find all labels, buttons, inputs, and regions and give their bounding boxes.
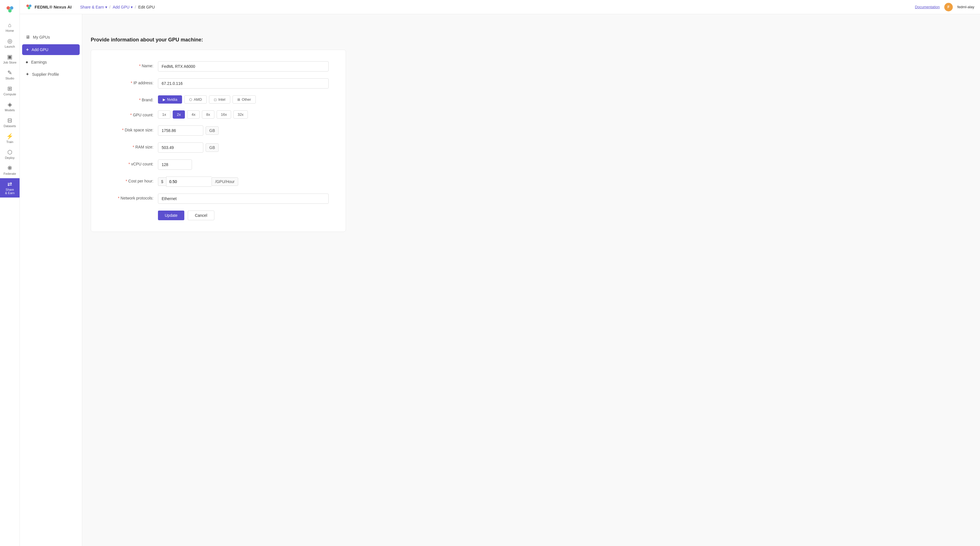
- federate-icon: ❋: [7, 165, 12, 171]
- update-button[interactable]: Update: [158, 211, 184, 220]
- brand-amd-button[interactable]: ⬡ AMD: [184, 95, 207, 104]
- my-gpus-icon: 🖥: [25, 35, 30, 40]
- sub-sidebar-label: My GPUs: [33, 35, 50, 40]
- sidebar-item-launch[interactable]: ◎ Launch: [0, 35, 19, 51]
- ram-input-group: GB: [158, 142, 219, 153]
- ip-address-label: * IP address:: [108, 78, 153, 85]
- topbar: FEDML® Nexus AI Share & Earn ▾ / Add GPU…: [20, 0, 980, 14]
- share-earn-icon: ⇄: [7, 181, 12, 187]
- vcpu-input[interactable]: [158, 160, 192, 170]
- nvidia-icon: ▶: [163, 97, 165, 102]
- ram-input[interactable]: [158, 142, 203, 153]
- sidebar-item-models[interactable]: ◈ Models: [0, 99, 19, 115]
- gpu-count-label: * GPU count:: [108, 110, 153, 117]
- breadcrumb: Share & Earn ▾ / Add GPU ▾ / Edit GPU: [80, 5, 915, 10]
- name-input[interactable]: [158, 61, 329, 72]
- sidebar-item-label: Job Store: [3, 61, 16, 64]
- train-icon: ⚡: [6, 133, 13, 139]
- models-icon: ◈: [8, 102, 12, 107]
- brand-label: * Brand:: [108, 95, 153, 102]
- sidebar-item-label: Deploy: [5, 156, 14, 160]
- compute-icon: ⊞: [7, 86, 12, 91]
- gpu-count-1x-button[interactable]: 1x: [158, 110, 170, 119]
- app-logo: [3, 3, 17, 16]
- ip-address-input[interactable]: [158, 78, 329, 89]
- vcpu-row: * vCPU count:: [108, 160, 329, 170]
- home-icon: ⌂: [8, 22, 11, 28]
- svg-point-1: [10, 6, 13, 10]
- disk-space-unit: GB: [205, 126, 219, 135]
- intel-icon: ◻: [214, 97, 216, 102]
- sidebar-item-label: Home: [6, 29, 14, 32]
- brand-intel-button[interactable]: ◻ Intel: [209, 95, 230, 104]
- topbar-right: Documentation F fedml-alay: [915, 3, 974, 11]
- sidebar-item-share-earn[interactable]: ⇄ Share& Earn: [0, 178, 19, 198]
- gpu-count-8x-button[interactable]: 8x: [202, 110, 215, 119]
- ip-address-row: * IP address:: [108, 78, 329, 89]
- sidebar-item-home[interactable]: ⌂ Home: [0, 19, 19, 35]
- add-gpu-icon: +: [26, 47, 29, 52]
- cost-suffix: /GPU/Hour: [212, 177, 238, 186]
- sidebar-item-studio[interactable]: ✎ Studio: [0, 67, 19, 83]
- chevron-down-icon: ▾: [105, 5, 107, 10]
- cancel-button[interactable]: Cancel: [188, 211, 215, 220]
- brand-nvidia-button[interactable]: ▶ Nvidia: [158, 95, 182, 104]
- brand-name: FEDML® Nexus AI: [35, 5, 72, 10]
- brand-other-button[interactable]: ⊞ Other: [232, 95, 256, 104]
- cost-input-group: $ /GPU/Hour: [158, 177, 238, 187]
- gpu-count-4x-button[interactable]: 4x: [187, 110, 200, 119]
- svg-point-0: [6, 6, 10, 10]
- brand-group: ▶ Nvidia ⬡ AMD ◻ Intel ⊞: [158, 95, 256, 104]
- svg-point-2: [8, 9, 12, 13]
- sidebar-item-datasets[interactable]: ⊟ Datasets: [0, 115, 19, 131]
- name-label: * Name:: [108, 61, 153, 68]
- sidebar-item-label: Federate: [3, 172, 16, 176]
- page-title: Provide information about your GPU machi…: [91, 37, 972, 43]
- gpu-count-row: * GPU count: 1x 2x 4x 8x 16x 32x: [108, 110, 329, 119]
- content-area: Provide information about your GPU machi…: [82, 29, 980, 240]
- sidebar-item-compute[interactable]: ⊞ Compute: [0, 83, 19, 99]
- cost-prefix: $: [158, 177, 166, 186]
- sidebar-item-label: Train: [6, 140, 13, 144]
- cost-input[interactable]: [166, 177, 212, 187]
- breadcrumb-sep-2: /: [135, 5, 136, 10]
- sub-sidebar-label: Supplier Profile: [32, 72, 59, 77]
- disk-space-input[interactable]: [158, 125, 203, 136]
- sub-sidebar-item-my-gpus[interactable]: 🖥 My GPUs: [20, 31, 82, 43]
- documentation-link[interactable]: Documentation: [915, 5, 940, 9]
- disk-space-row: * Disk space size: GB: [108, 125, 329, 136]
- cost-per-hour-label: * Cost per hour:: [108, 177, 153, 183]
- amd-icon: ⬡: [189, 97, 192, 102]
- svg-point-4: [29, 5, 32, 7]
- sub-sidebar-label: Add GPU: [32, 47, 48, 52]
- sub-sidebar-item-earnings[interactable]: ● Earnings: [20, 56, 82, 68]
- sidebar-item-train[interactable]: ⚡ Train: [0, 131, 19, 147]
- action-row: Update Cancel: [108, 211, 329, 220]
- gpu-count-32x-button[interactable]: 32x: [233, 110, 248, 119]
- deploy-icon: ⬡: [7, 149, 12, 155]
- gpu-count-2x-button[interactable]: 2x: [173, 110, 185, 119]
- sidebar-item-federate[interactable]: ❋ Federate: [0, 162, 19, 178]
- cost-per-hour-row: * Cost per hour: $ /GPU/Hour: [108, 177, 329, 187]
- sub-sidebar-item-supplier-profile[interactable]: ✦ Supplier Profile: [20, 68, 82, 80]
- sidebar-item-label: Models: [5, 109, 15, 112]
- sidebar-item-label: Compute: [3, 93, 16, 96]
- job-store-icon: ▣: [7, 54, 13, 60]
- network-protocols-input[interactable]: [158, 193, 329, 204]
- other-icon: ⊞: [237, 97, 240, 102]
- disk-space-input-group: GB: [158, 125, 219, 136]
- sub-sidebar-item-add-gpu[interactable]: + Add GPU: [22, 44, 80, 55]
- network-protocols-label: * Network protocols:: [108, 193, 153, 200]
- breadcrumb-add-gpu[interactable]: Add GPU ▾: [113, 5, 132, 10]
- sidebar-item-job-store[interactable]: ▣ Job Store: [0, 51, 19, 67]
- disk-space-label: * Disk space size:: [108, 125, 153, 132]
- ram-unit: GB: [205, 143, 219, 152]
- network-protocols-row: * Network protocols:: [108, 193, 329, 204]
- sidebar-item-deploy[interactable]: ⬡ Deploy: [0, 147, 19, 162]
- sidebar-item-label: Share& Earn: [5, 188, 15, 195]
- chevron-down-icon: ▾: [131, 5, 133, 10]
- gpu-count-16x-button[interactable]: 16x: [216, 110, 231, 119]
- breadcrumb-current: Edit GPU: [138, 5, 155, 10]
- breadcrumb-share-earn[interactable]: Share & Earn ▾: [80, 5, 107, 10]
- svg-point-5: [28, 6, 30, 9]
